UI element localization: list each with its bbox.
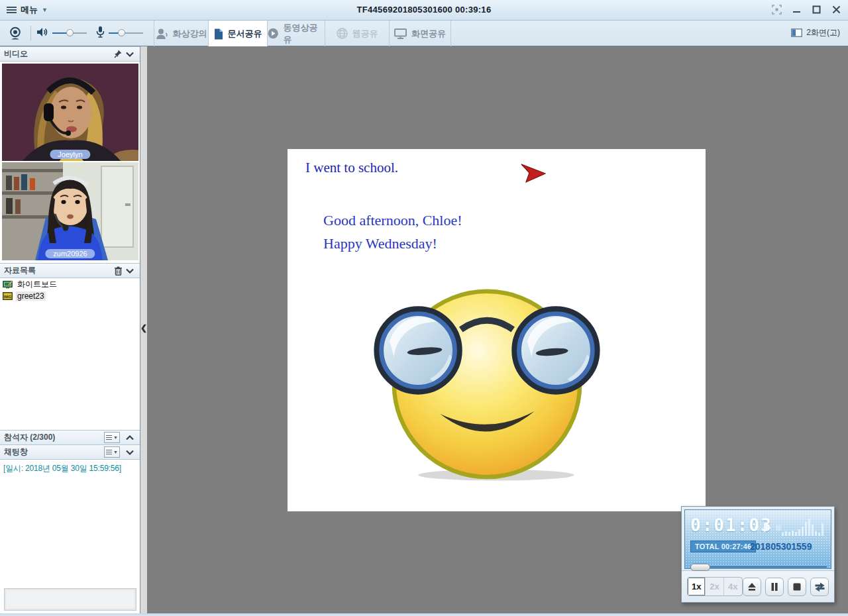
document-sentence: I went to school. [305,160,398,176]
play-circle-icon [268,28,278,39]
playback-speed-group: 1x 2x 4x [687,577,743,596]
minimize-button[interactable] [790,3,803,16]
pin-icon[interactable] [112,48,124,60]
fullscreen-button[interactable] [770,3,783,16]
materials-panel-title: 자료목록 [4,265,36,276]
whiteboard-icon [3,280,13,289]
play-status-icon [754,523,781,533]
person-icon [156,28,168,39]
titlebar: 메뉴 ▼ TF44569201805301600 00:39:16 [0,0,848,21]
mic-volume-slider[interactable] [109,29,143,37]
screen-mode-button[interactable]: 2화면(고) [791,27,840,38]
participant-nametag: Joeylyn [50,150,90,159]
collapse-video-chevron-icon[interactable] [124,48,136,60]
microphone-icon[interactable] [96,26,105,40]
sidebar-collapse-handle[interactable]: ❮ [140,319,147,336]
sidebar: 비디오 [0,46,140,613]
mic-volume-thumb[interactable] [118,29,125,36]
greeting-line2: Happy Wednesday! [323,232,462,255]
shared-document-canvas[interactable]: I went to school. Good afternoon, Chloe!… [288,149,706,511]
tab-label: 웹공유 [352,28,378,40]
video-feed-student[interactable]: zum20926 [2,162,138,260]
tab-label: 화면공유 [411,28,446,40]
chat-input[interactable] [4,588,136,611]
screen-mode-label: 2화면(고) [806,27,840,38]
window-bottom-edge [0,613,848,616]
webcam-icon[interactable] [5,26,25,40]
participants-menu-button[interactable]: ▼ [104,432,120,443]
chat-panel-title: 채팅창 [4,446,28,458]
equalizer-icon [782,518,825,537]
tab-video-lecture[interactable]: 화상강의 [154,21,209,46]
chat-message-area: [일시: 2018년 05월 30일 15:59:56] [0,460,140,586]
webcam-video-frame [2,64,138,161]
seek-thumb[interactable] [690,564,710,571]
webcam-video-frame [2,162,138,260]
tab-movie-share[interactable]: 동영상공유 [268,21,325,46]
stop-button[interactable] [788,578,806,596]
seek-bar[interactable] [690,563,827,571]
video-panel-header: 비디오 [0,46,140,62]
image-file-icon: IMG [3,292,13,300]
recording-player: 0:01:03 TOTAL 00:27:46 2 [681,506,835,603]
document-greeting: Good afternoon, Chloe! Happy Wednesday! [323,209,462,255]
main-content: I went to school. Good afternoon, Chloe!… [147,46,848,613]
speed-4x-button[interactable]: 4x [724,578,742,595]
participants-panel-header: 참석자 (2/300) ▼ [0,430,140,445]
skip-swap-button[interactable] [810,578,829,596]
speed-1x-button[interactable]: 1x [688,578,706,595]
material-item-whiteboard[interactable]: 화이트보드 [0,279,140,290]
eject-icon [747,582,757,592]
materials-list: 화이트보드 IMG greet23 [0,279,140,301]
maximize-button[interactable] [810,3,823,16]
speaker-volume-slider[interactable] [52,29,87,37]
speaker-icon[interactable] [36,27,48,40]
participant-nametag: zum20926 [45,249,95,258]
tab-web-share[interactable]: 웹공유 [325,21,390,46]
app-window: 메뉴 ▼ TF44569201805301600 00:39:16 [0,0,848,616]
player-controls: 1x 2x 4x [682,570,834,602]
trash-icon[interactable] [112,265,124,277]
list-icon [106,448,112,456]
share-tabs: 화상강의 문서공유 동영상공유 [154,21,451,46]
tab-document-share[interactable]: 문서공유 [209,21,268,47]
material-item-greet23[interactable]: IMG greet23 [0,290,140,301]
swap-arrows-icon [814,582,825,592]
speed-2x-button[interactable]: 2x [706,578,723,595]
video-feed-teacher[interactable]: Joeylyn [2,64,138,161]
close-button[interactable] [829,3,843,16]
material-label: greet23 [16,291,46,301]
eject-button[interactable] [743,578,761,596]
participants-panel-title: 참석자 (2/300) [4,432,55,443]
tab-label: 문서공유 [228,28,262,40]
transport-buttons [743,578,829,596]
pause-icon [770,582,779,591]
chevron-down-icon: ▼ [113,435,118,440]
speaker-volume-thumb[interactable] [66,29,74,36]
total-time-badge: TOTAL 00:27:46 [690,540,756,552]
monitor-icon [394,28,407,39]
window-title: TF44569201805301600 00:39:16 [0,5,848,15]
collapse-materials-chevron-icon[interactable] [124,265,136,277]
globe-icon [337,28,348,39]
tab-label: 화상강의 [173,28,207,40]
smiley-glasses-image [372,283,602,482]
split-screen-icon [791,28,802,37]
svg-text:IMG: IMG [4,294,12,298]
chat-timestamp-message: [일시: 2018년 05월 30일 15:59:56] [0,460,140,477]
av-controls [5,21,147,46]
pause-button[interactable] [765,578,784,596]
tab-screen-share[interactable]: 화면공유 [390,21,451,46]
collapse-chat-chevron-icon[interactable] [124,446,136,458]
chat-menu-button[interactable]: ▼ [104,446,120,458]
recording-id: 201805301559 [750,541,812,552]
materials-panel-header: 자료목록 [0,263,140,278]
expand-participants-chevron-icon[interactable] [124,432,136,444]
list-icon [106,434,112,441]
greeting-line1: Good afternoon, Chloe! [323,209,462,232]
player-display: 0:01:03 TOTAL 00:27:46 2 [684,509,831,569]
tab-label: 동영상공유 [283,22,325,46]
sidebar-collapse-strip: ❮ [140,46,147,613]
material-label: 화이트보드 [16,279,58,290]
chat-panel-header: 채팅창 ▼ [0,444,140,460]
